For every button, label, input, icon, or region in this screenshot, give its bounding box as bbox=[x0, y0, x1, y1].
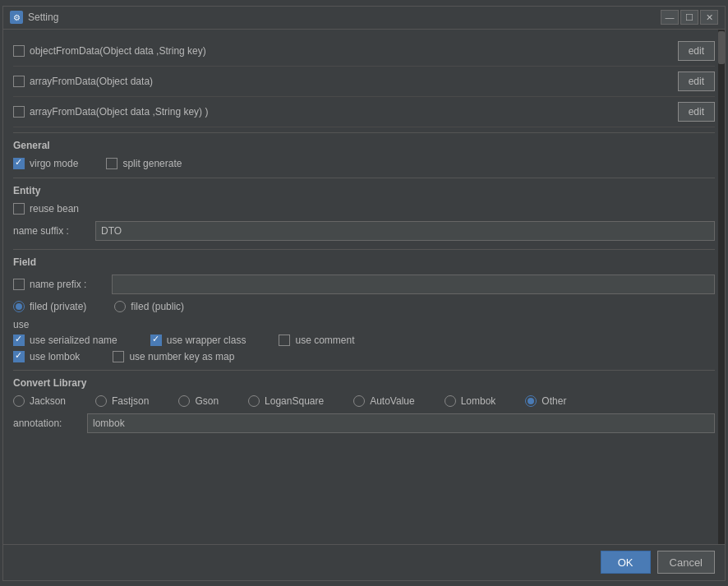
method-3-label: arrayFromData(Object data ,String key) ) bbox=[30, 106, 678, 118]
split-generate-item: split generate bbox=[106, 158, 198, 169]
main-content: objectFromData(Object data ,String key) … bbox=[3, 30, 725, 544]
use-wrapper-item: use wrapper class bbox=[150, 335, 263, 346]
use-comment-label: use comment bbox=[295, 335, 354, 346]
method-row-3: arrayFromData(Object data ,String key) )… bbox=[13, 97, 715, 127]
other-label: Other bbox=[541, 395, 566, 407]
use-serialized-checkbox[interactable] bbox=[13, 335, 25, 346]
jackson-radio[interactable] bbox=[13, 395, 25, 407]
filed-private-item: filed (private) bbox=[13, 301, 103, 312]
close-button[interactable]: ✕ bbox=[700, 10, 718, 25]
gson-label: Gson bbox=[195, 395, 219, 407]
gson-radio[interactable] bbox=[178, 395, 190, 407]
convert-section-title: Convert Library bbox=[13, 374, 715, 392]
filed-public-label: filed (public) bbox=[131, 301, 184, 312]
name-suffix-input[interactable] bbox=[95, 221, 715, 241]
logansquare-label: LoganSquare bbox=[265, 395, 324, 407]
use-serialized-label: use serialized name bbox=[30, 335, 117, 346]
use-number-key-item: use number key as map bbox=[113, 351, 251, 362]
library-radio-row: Jackson Fastjson Gson LoganSquare AutoVa… bbox=[13, 392, 715, 410]
name-suffix-row: name suffix : bbox=[13, 218, 715, 244]
virgo-mode-item: virgo mode bbox=[13, 158, 94, 169]
use-sub-label: use bbox=[13, 316, 715, 332]
method-2-checkbox[interactable] bbox=[13, 76, 25, 87]
use-number-key-label: use number key as map bbox=[129, 351, 234, 362]
window-icon: ⚙ bbox=[10, 11, 23, 24]
annotation-label: annotation: bbox=[13, 418, 87, 429]
virgo-mode-label: virgo mode bbox=[30, 158, 78, 169]
autovalue-lib-item: AutoValue bbox=[353, 395, 431, 407]
method-2-label: arrayFromData(Object data) bbox=[30, 76, 678, 87]
use-serialized-item: use serialized name bbox=[13, 335, 134, 346]
reuse-bean-checkbox[interactable] bbox=[13, 203, 25, 215]
name-prefix-input[interactable] bbox=[112, 275, 715, 294]
bottom-bar: OK Cancel bbox=[3, 544, 725, 580]
method-1-label: objectFromData(Object data ,String key) bbox=[30, 45, 678, 57]
name-prefix-label: name prefix : bbox=[30, 279, 112, 290]
use-comment-checkbox[interactable] bbox=[279, 335, 290, 346]
use-number-key-checkbox[interactable] bbox=[113, 351, 124, 362]
minimize-button[interactable]: — bbox=[661, 10, 679, 25]
method-1-edit-button[interactable]: edit bbox=[678, 41, 715, 61]
use-lombok-item: use lombok bbox=[13, 351, 96, 362]
lombok-lib-item: Lombok bbox=[445, 395, 513, 407]
filed-public-radio[interactable] bbox=[114, 301, 126, 312]
lombok-lib-label: Lombok bbox=[461, 395, 496, 407]
jackson-lib-item: Jackson bbox=[13, 395, 82, 407]
filed-public-item: filed (public) bbox=[114, 301, 200, 312]
split-generate-label: split generate bbox=[122, 158, 182, 169]
scrollbar-thumb bbox=[718, 31, 725, 64]
use-wrapper-label: use wrapper class bbox=[167, 335, 247, 346]
annotation-row: annotation: bbox=[13, 410, 715, 436]
name-suffix-label: name suffix : bbox=[13, 225, 95, 237]
reuse-bean-row: reuse bean bbox=[13, 200, 715, 218]
method-2-edit-button[interactable]: edit bbox=[678, 72, 715, 91]
general-section-title: General bbox=[13, 136, 715, 155]
logansquare-radio[interactable] bbox=[248, 395, 260, 407]
gson-lib-item: Gson bbox=[178, 395, 235, 407]
use-options-row-1: use serialized name use wrapper class us… bbox=[13, 332, 715, 348]
use-wrapper-checkbox[interactable] bbox=[150, 335, 162, 346]
jackson-label: Jackson bbox=[30, 395, 66, 407]
virgo-mode-checkbox[interactable] bbox=[13, 158, 25, 169]
annotation-input[interactable] bbox=[87, 413, 715, 433]
filed-private-radio[interactable] bbox=[13, 301, 25, 312]
filed-type-row: filed (private) filed (public) bbox=[13, 298, 715, 316]
use-comment-item: use comment bbox=[279, 335, 371, 346]
lombok-lib-radio[interactable] bbox=[445, 395, 456, 407]
scrollbar-track bbox=[718, 30, 725, 544]
autovalue-radio[interactable] bbox=[353, 395, 365, 407]
fastjson-lib-item: Fastjson bbox=[95, 395, 165, 407]
method-row-2: arrayFromData(Object data) edit bbox=[13, 67, 715, 97]
cancel-button[interactable]: Cancel bbox=[657, 551, 715, 574]
entity-section-title: Entity bbox=[13, 182, 715, 200]
use-lombok-label: use lombok bbox=[30, 351, 80, 362]
maximize-button[interactable]: ☐ bbox=[680, 10, 698, 25]
window-title: Setting bbox=[28, 12, 661, 23]
name-prefix-checkbox[interactable] bbox=[13, 279, 25, 290]
logansquare-lib-item: LoganSquare bbox=[248, 395, 340, 407]
settings-window: ⚙ Setting — ☐ ✕ objectFromData(Object da… bbox=[2, 6, 726, 581]
window-controls: — ☐ ✕ bbox=[661, 10, 718, 25]
other-radio[interactable] bbox=[525, 395, 537, 407]
filed-private-label: filed (private) bbox=[30, 301, 86, 312]
name-prefix-row: name prefix : bbox=[13, 271, 715, 298]
title-bar: ⚙ Setting — ☐ ✕ bbox=[3, 7, 725, 30]
fastjson-radio[interactable] bbox=[95, 395, 107, 407]
use-lombok-checkbox[interactable] bbox=[13, 351, 25, 362]
use-options-row-2: use lombok use number key as map bbox=[13, 348, 715, 365]
ok-button[interactable]: OK bbox=[601, 551, 651, 574]
method-3-edit-button[interactable]: edit bbox=[678, 102, 715, 122]
reuse-bean-label: reuse bean bbox=[30, 203, 79, 215]
fastjson-label: Fastjson bbox=[112, 395, 149, 407]
general-options-row: virgo mode split generate bbox=[13, 155, 715, 173]
other-lib-item: Other bbox=[525, 395, 583, 407]
autovalue-label: AutoValue bbox=[370, 395, 415, 407]
method-row-1: objectFromData(Object data ,String key) … bbox=[13, 36, 715, 67]
method-3-checkbox[interactable] bbox=[13, 106, 25, 118]
method-1-checkbox[interactable] bbox=[13, 45, 25, 57]
split-generate-checkbox[interactable] bbox=[106, 158, 117, 169]
field-section-title: Field bbox=[13, 253, 715, 271]
